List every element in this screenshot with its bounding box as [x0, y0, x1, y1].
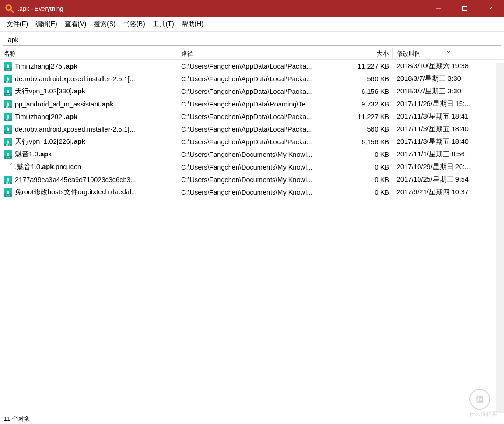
file-date: 2017/11/26/星期日 15:... — [393, 99, 504, 108]
file-size: 6,156 KB — [334, 88, 393, 95]
file-name: 天行vpn_1.02[330].apk — [15, 87, 85, 96]
file-size: 0 KB — [334, 163, 393, 171]
minimize-button[interactable] — [426, 0, 452, 17]
svg-rect-19 — [7, 141, 9, 143]
apk-file-icon — [4, 87, 12, 96]
table-row[interactable]: 魅音1.0.apkC:\Users\Fangchen\Documents\My … — [0, 148, 504, 161]
apk-file-icon — [4, 100, 12, 108]
file-date: 2017/9/21/星期四 10:37 — [393, 188, 504, 197]
file-name: Timijizhang[275].apk — [15, 63, 77, 70]
file-path: C:\Users\Fangchen\AppData\Roaming\Te... — [177, 100, 334, 108]
column-path[interactable]: 路径 — [177, 48, 334, 59]
file-date: 2017/11/1/星期三 8:56 — [393, 150, 504, 159]
menu-help[interactable]: 帮助(H) — [178, 18, 207, 30]
table-row[interactable]: pp_android_ad_m_assistant.apkC:\Users\Fa… — [0, 98, 504, 110]
file-date: 2017/10/29/星期日 20:... — [393, 163, 504, 171]
file-date: 2017/11/3/星期五 18:40 — [393, 125, 504, 134]
file-date: 2017/11/3/星期五 18:41 — [393, 112, 504, 121]
search-input[interactable] — [3, 34, 501, 46]
file-size: 9,732 KB — [334, 100, 393, 108]
file-size: 560 KB — [334, 126, 393, 133]
file-name: 免root修改hosts文件org.itxtech.daedal... — [15, 188, 137, 197]
table-row[interactable]: de.robv.android.xposed.installer-2.5.1[.… — [0, 123, 504, 135]
file-name: 2177a99ea3a445ea9d710023c3c6cb3... — [15, 176, 136, 184]
svg-line-1 — [11, 10, 14, 13]
table-row[interactable]: 天行vpn_1.02[226].apkC:\Users\Fangchen\App… — [0, 135, 504, 148]
file-size: 560 KB — [334, 75, 393, 83]
file-size: 6,156 KB — [334, 138, 393, 146]
table-row[interactable]: 天行vpn_1.02[330].apkC:\Users\Fangchen\App… — [0, 85, 504, 98]
apk-file-icon — [4, 176, 12, 184]
file-size: 0 KB — [334, 189, 393, 196]
svg-rect-15 — [7, 116, 9, 118]
status-bar: 11 个对象 — [0, 413, 504, 424]
svg-rect-11 — [7, 91, 9, 93]
file-path: C:\Users\Fangchen\AppData\Local\Packa... — [177, 126, 334, 133]
svg-rect-23 — [7, 179, 9, 181]
file-name: pp_android_ad_m_assistant.apk — [15, 100, 113, 108]
file-date: 2017/11/3/星期五 18:40 — [393, 137, 504, 146]
file-date: 2018/3/10/星期六 19:38 — [393, 62, 504, 71]
svg-rect-21 — [7, 154, 9, 156]
file-path: C:\Users\Fangchen\AppData\Local\Packa... — [177, 113, 334, 120]
file-path: C:\Users\Fangchen\Documents\My Knowl... — [177, 189, 334, 196]
apk-file-icon — [4, 188, 12, 197]
menu-bookmarks[interactable]: 书签(B) — [119, 18, 149, 30]
file-path: C:\Users\Fangchen\Documents\My Knowl... — [177, 163, 334, 171]
file-icon — [4, 163, 12, 171]
watermark: 值 什么值得买 — [469, 389, 497, 417]
table-row[interactable]: 2177a99ea3a445ea9d710023c3c6cb3...C:\Use… — [0, 173, 504, 186]
column-date[interactable]: 修改时间 — [393, 48, 504, 59]
file-path: C:\Users\Fangchen\AppData\Local\Packa... — [177, 75, 334, 83]
window-title: .apk - Everything — [18, 5, 426, 12]
svg-rect-25 — [7, 192, 9, 194]
close-button[interactable] — [478, 0, 504, 17]
file-name: 魅音1.0.apk — [15, 150, 52, 159]
column-headers: 名称 路径 大小 修改时间 — [0, 48, 504, 60]
file-name: de.robv.android.xposed.installer-2.5.1[.… — [15, 75, 135, 83]
file-size: 0 KB — [334, 151, 393, 158]
results-list: Timijizhang[275].apkC:\Users\Fangchen\Ap… — [0, 60, 504, 415]
svg-rect-17 — [7, 129, 9, 131]
table-row[interactable]: Timijizhang[202].apkC:\Users\Fangchen\Ap… — [0, 110, 504, 123]
file-name: de.robv.android.xposed.installer-2.5.1[.… — [15, 126, 135, 133]
svg-rect-13 — [7, 104, 9, 106]
sort-desc-icon — [446, 48, 451, 55]
file-date: 2018/3/7/星期三 3:30 — [393, 74, 504, 83]
table-row[interactable]: Timijizhang[275].apkC:\Users\Fangchen\Ap… — [0, 60, 504, 72]
menu-search[interactable]: 搜索(S) — [90, 18, 119, 30]
menu-edit[interactable]: 编辑(E) — [32, 18, 61, 30]
table-row[interactable]: de.robv.android.xposed.installer-2.5.1[.… — [0, 72, 504, 85]
apk-file-icon — [4, 138, 12, 146]
column-name[interactable]: 名称 — [0, 48, 177, 59]
file-date: 2018/3/7/星期三 3:30 — [393, 87, 504, 96]
file-date: 2017/10/25/星期三 9:54 — [393, 175, 504, 184]
title-bar: .apk - Everything — [0, 0, 504, 17]
file-size: 11,227 KB — [334, 113, 393, 120]
menu-bar: 文件(F) 编辑(E) 查看(V) 搜索(S) 书签(B) 工具(T) 帮助(H… — [0, 17, 504, 32]
table-row[interactable]: .魅音1.0.apk.png.iconC:\Users\Fangchen\Doc… — [0, 161, 504, 173]
apk-file-icon — [4, 150, 12, 159]
file-path: C:\Users\Fangchen\Documents\My Knowl... — [177, 176, 334, 184]
file-size: 0 KB — [334, 176, 393, 184]
maximize-button[interactable] — [452, 0, 478, 17]
menu-tools[interactable]: 工具(T) — [149, 18, 178, 30]
table-row[interactable]: 免root修改hosts文件org.itxtech.daedal...C:\Us… — [0, 186, 504, 198]
svg-rect-3 — [463, 7, 467, 11]
apk-file-icon — [4, 113, 12, 121]
apk-file-icon — [4, 125, 12, 134]
file-path: C:\Users\Fangchen\AppData\Local\Packa... — [177, 88, 334, 95]
svg-rect-9 — [7, 78, 9, 80]
vertical-scrollbar[interactable] — [496, 63, 504, 413]
file-path: C:\Users\Fangchen\AppData\Local\Packa... — [177, 138, 334, 146]
apk-file-icon — [4, 75, 12, 83]
apk-file-icon — [4, 62, 12, 71]
svg-rect-7 — [7, 66, 9, 68]
svg-point-0 — [6, 5, 11, 10]
file-path: C:\Users\Fangchen\AppData\Local\Packa... — [177, 63, 334, 70]
column-size[interactable]: 大小 — [334, 48, 393, 59]
menu-view[interactable]: 查看(V) — [61, 18, 91, 30]
menu-file[interactable]: 文件(F) — [3, 18, 32, 30]
app-search-icon — [5, 4, 14, 13]
file-name: 天行vpn_1.02[226].apk — [15, 137, 85, 146]
